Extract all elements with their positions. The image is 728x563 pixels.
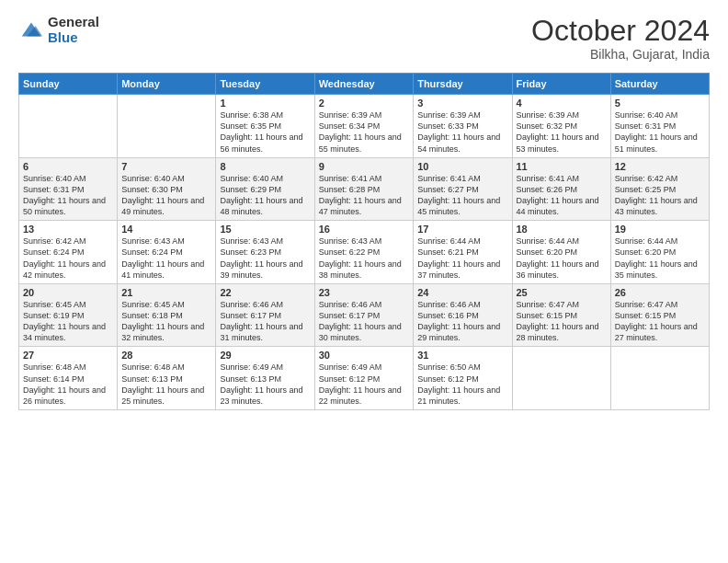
day-info: Sunrise: 6:44 AMSunset: 6:21 PMDaylight:…	[417, 236, 507, 281]
day-number: 10	[417, 161, 507, 172]
day-info: Sunrise: 6:48 AMSunset: 6:14 PMDaylight:…	[23, 362, 113, 407]
day-info: Sunrise: 6:45 AMSunset: 6:19 PMDaylight:…	[23, 299, 113, 344]
logo: General Blue	[18, 15, 99, 45]
calendar-cell: 11Sunrise: 6:41 AMSunset: 6:26 PMDayligh…	[512, 157, 610, 221]
day-header-wednesday: Wednesday	[314, 74, 413, 95]
day-info: Sunrise: 6:40 AMSunset: 6:31 PMDaylight:…	[23, 173, 113, 218]
day-info: Sunrise: 6:40 AMSunset: 6:31 PMDaylight:…	[615, 109, 705, 155]
calendar-cell: 24Sunrise: 6:46 AMSunset: 6:16 PMDayligh…	[414, 283, 512, 347]
day-info: Sunrise: 6:49 AMSunset: 6:12 PMDaylight:…	[319, 362, 409, 407]
title-block: October 2024 Bilkha, Gujarat, India	[531, 15, 710, 62]
day-number: 22	[220, 287, 310, 298]
logo-text: General Blue	[48, 15, 99, 45]
day-info: Sunrise: 6:41 AMSunset: 6:28 PMDaylight:…	[319, 173, 409, 218]
calendar-cell: 31Sunrise: 6:50 AMSunset: 6:12 PMDayligh…	[414, 347, 512, 410]
day-number: 25	[517, 287, 607, 298]
day-number: 12	[615, 161, 705, 172]
calendar-cell: 27Sunrise: 6:48 AMSunset: 6:14 PMDayligh…	[19, 347, 118, 410]
day-number: 7	[121, 161, 211, 172]
day-header-monday: Monday	[118, 74, 216, 95]
day-number: 11	[517, 161, 607, 172]
day-number: 3	[417, 98, 507, 109]
day-header-sunday: Sunday	[19, 74, 118, 95]
day-number: 18	[517, 224, 607, 235]
day-info: Sunrise: 6:46 AMSunset: 6:17 PMDaylight:…	[220, 299, 310, 344]
calendar-cell: 14Sunrise: 6:43 AMSunset: 6:24 PMDayligh…	[118, 221, 216, 284]
location: Bilkha, Gujarat, India	[531, 47, 710, 62]
calendar-cell: 19Sunrise: 6:44 AMSunset: 6:20 PMDayligh…	[610, 221, 709, 284]
day-info: Sunrise: 6:42 AMSunset: 6:24 PMDaylight:…	[23, 236, 113, 281]
calendar-cell: 15Sunrise: 6:43 AMSunset: 6:23 PMDayligh…	[216, 221, 314, 284]
day-number: 1	[220, 98, 310, 109]
calendar-cell: 22Sunrise: 6:46 AMSunset: 6:17 PMDayligh…	[216, 283, 314, 347]
calendar-cell: 20Sunrise: 6:45 AMSunset: 6:19 PMDayligh…	[19, 283, 118, 347]
day-number: 29	[220, 350, 310, 361]
day-header-friday: Friday	[512, 74, 610, 95]
day-info: Sunrise: 6:43 AMSunset: 6:23 PMDaylight:…	[220, 236, 310, 281]
day-info: Sunrise: 6:43 AMSunset: 6:22 PMDaylight:…	[319, 236, 409, 281]
calendar-cell: 6Sunrise: 6:40 AMSunset: 6:31 PMDaylight…	[19, 157, 118, 221]
calendar-cell: 8Sunrise: 6:40 AMSunset: 6:29 PMDaylight…	[216, 157, 314, 221]
calendar-week-row: 13Sunrise: 6:42 AMSunset: 6:24 PMDayligh…	[19, 221, 710, 284]
calendar-week-row: 20Sunrise: 6:45 AMSunset: 6:19 PMDayligh…	[19, 283, 710, 347]
day-info: Sunrise: 6:46 AMSunset: 6:17 PMDaylight:…	[319, 299, 409, 344]
day-number: 24	[417, 287, 507, 298]
day-info: Sunrise: 6:47 AMSunset: 6:15 PMDaylight:…	[517, 299, 607, 344]
day-info: Sunrise: 6:39 AMSunset: 6:32 PMDaylight:…	[517, 109, 607, 155]
calendar-week-row: 27Sunrise: 6:48 AMSunset: 6:14 PMDayligh…	[19, 347, 710, 410]
day-info: Sunrise: 6:46 AMSunset: 6:16 PMDaylight:…	[417, 299, 507, 344]
day-number: 21	[121, 287, 211, 298]
calendar-cell: 9Sunrise: 6:41 AMSunset: 6:28 PMDaylight…	[314, 157, 413, 221]
day-info: Sunrise: 6:42 AMSunset: 6:25 PMDaylight:…	[615, 173, 705, 218]
calendar-cell: 21Sunrise: 6:45 AMSunset: 6:18 PMDayligh…	[118, 283, 216, 347]
calendar-header-row: SundayMondayTuesdayWednesdayThursdayFrid…	[19, 74, 710, 95]
calendar-table: SundayMondayTuesdayWednesdayThursdayFrid…	[18, 73, 710, 410]
day-info: Sunrise: 6:40 AMSunset: 6:29 PMDaylight:…	[220, 173, 310, 218]
day-info: Sunrise: 6:39 AMSunset: 6:33 PMDaylight:…	[417, 109, 507, 155]
calendar-cell: 2Sunrise: 6:39 AMSunset: 6:34 PMDaylight…	[314, 95, 413, 158]
day-info: Sunrise: 6:44 AMSunset: 6:20 PMDaylight:…	[615, 236, 705, 281]
calendar-cell: 4Sunrise: 6:39 AMSunset: 6:32 PMDaylight…	[512, 95, 610, 158]
calendar-cell: 28Sunrise: 6:48 AMSunset: 6:13 PMDayligh…	[118, 347, 216, 410]
calendar-cell: 1Sunrise: 6:38 AMSunset: 6:35 PMDaylight…	[216, 95, 314, 158]
day-info: Sunrise: 6:49 AMSunset: 6:13 PMDaylight:…	[220, 362, 310, 407]
calendar-cell: 17Sunrise: 6:44 AMSunset: 6:21 PMDayligh…	[414, 221, 512, 284]
day-info: Sunrise: 6:47 AMSunset: 6:15 PMDaylight:…	[615, 299, 705, 344]
day-info: Sunrise: 6:44 AMSunset: 6:20 PMDaylight:…	[517, 236, 607, 281]
day-number: 15	[220, 224, 310, 235]
day-number: 23	[319, 287, 409, 298]
calendar-cell: 30Sunrise: 6:49 AMSunset: 6:12 PMDayligh…	[314, 347, 413, 410]
calendar-cell	[610, 347, 709, 410]
month-title: October 2024	[531, 15, 710, 47]
calendar-cell: 10Sunrise: 6:41 AMSunset: 6:27 PMDayligh…	[414, 157, 512, 221]
calendar-cell: 13Sunrise: 6:42 AMSunset: 6:24 PMDayligh…	[19, 221, 118, 284]
calendar-cell: 3Sunrise: 6:39 AMSunset: 6:33 PMDaylight…	[414, 95, 512, 158]
day-info: Sunrise: 6:41 AMSunset: 6:26 PMDaylight:…	[517, 173, 607, 218]
header: General Blue October 2024 Bilkha, Gujara…	[18, 15, 710, 62]
calendar-cell: 25Sunrise: 6:47 AMSunset: 6:15 PMDayligh…	[512, 283, 610, 347]
day-number: 14	[121, 224, 211, 235]
day-number: 28	[121, 350, 211, 361]
day-header-thursday: Thursday	[414, 74, 512, 95]
day-info: Sunrise: 6:50 AMSunset: 6:12 PMDaylight:…	[417, 362, 507, 407]
day-header-tuesday: Tuesday	[216, 74, 314, 95]
calendar-cell: 12Sunrise: 6:42 AMSunset: 6:25 PMDayligh…	[610, 157, 709, 221]
day-number: 26	[615, 287, 705, 298]
day-number: 9	[319, 161, 409, 172]
day-number: 30	[319, 350, 409, 361]
logo-general: General	[48, 15, 99, 30]
calendar-cell: 7Sunrise: 6:40 AMSunset: 6:30 PMDaylight…	[118, 157, 216, 221]
day-header-saturday: Saturday	[610, 74, 709, 95]
calendar-cell	[118, 95, 216, 158]
day-info: Sunrise: 6:45 AMSunset: 6:18 PMDaylight:…	[121, 299, 211, 344]
calendar-week-row: 6Sunrise: 6:40 AMSunset: 6:31 PMDaylight…	[19, 157, 710, 221]
calendar-cell	[512, 347, 610, 410]
day-info: Sunrise: 6:43 AMSunset: 6:24 PMDaylight:…	[121, 236, 211, 281]
calendar-cell: 29Sunrise: 6:49 AMSunset: 6:13 PMDayligh…	[216, 347, 314, 410]
day-info: Sunrise: 6:39 AMSunset: 6:34 PMDaylight:…	[319, 109, 409, 155]
calendar-cell: 5Sunrise: 6:40 AMSunset: 6:31 PMDaylight…	[610, 95, 709, 158]
calendar-cell: 18Sunrise: 6:44 AMSunset: 6:20 PMDayligh…	[512, 221, 610, 284]
day-number: 19	[615, 224, 705, 235]
day-number: 31	[417, 350, 507, 361]
logo-icon	[18, 17, 44, 43]
